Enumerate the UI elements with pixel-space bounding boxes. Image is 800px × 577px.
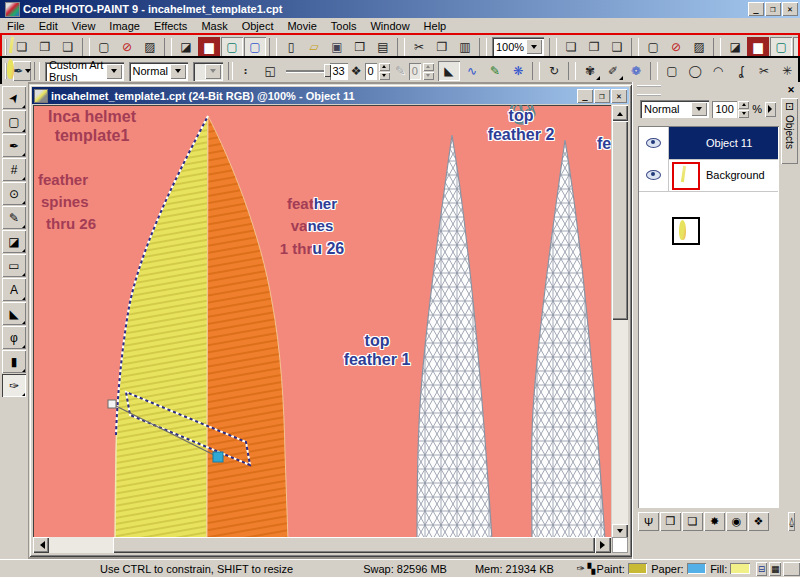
menu-effects[interactable]: Effects	[147, 19, 194, 33]
new-object-icon[interactable]: ❖	[748, 512, 769, 531]
arrange-back-icon[interactable]: ❐	[583, 37, 605, 57]
mask-marquee-icon[interactable]: ▢	[770, 37, 792, 57]
arrange-front-icon[interactable]: ❏	[11, 37, 33, 57]
rectangle-mask-icon[interactable]: ▢	[661, 61, 683, 81]
menu-view[interactable]: View	[65, 19, 103, 33]
fill-tool[interactable]: ◣	[2, 302, 26, 325]
open-icon[interactable]: ▱	[303, 37, 325, 57]
scroll-left-button[interactable]	[33, 537, 49, 553]
dab-attributes-icon[interactable]: ✎	[484, 61, 506, 81]
nib-size-icon[interactable]: ◱	[259, 61, 281, 81]
gradient-icon[interactable]: ◣	[438, 61, 460, 81]
doc-maximize-button[interactable]: ❒	[594, 89, 610, 103]
crop-tool[interactable]: #	[2, 158, 26, 181]
mask-border-icon[interactable]: ▢	[244, 37, 266, 57]
docker-close-icon[interactable]: ✕	[784, 84, 798, 96]
horizontal-scrollbar[interactable]	[33, 537, 611, 553]
rectangle-tool[interactable]: ▭	[2, 254, 26, 277]
marquee-visible-button[interactable]: ⊟	[756, 562, 768, 576]
brush-texture-icon[interactable]: ❋	[507, 61, 529, 81]
transparency-stepper[interactable]	[379, 63, 390, 80]
mask-marquee-icon[interactable]: ▢	[221, 37, 243, 57]
save-icon[interactable]: ▣	[326, 37, 348, 57]
wireframe-feather-2[interactable]	[531, 140, 605, 540]
brush-type-combo[interactable]: Custom Art Brush	[45, 62, 124, 81]
group-icon[interactable]: ❏	[682, 512, 703, 531]
web-icon[interactable]: ◉	[726, 512, 747, 531]
menu-movie[interactable]: Movie	[280, 19, 323, 33]
doc-close-button[interactable]: ✕	[611, 89, 627, 103]
chevron-down-icon[interactable]	[526, 39, 542, 54]
menu-image[interactable]: Image	[102, 19, 147, 33]
cut-icon[interactable]: ✂	[408, 37, 430, 57]
mask-rectangle-icon[interactable]: ▢	[642, 37, 664, 57]
lasso-mask-icon[interactable]: ʆ	[730, 61, 752, 81]
brush-symmetry-icon[interactable]: ∿	[461, 61, 483, 81]
docker-grip[interactable]	[637, 85, 661, 96]
toolbar-grip[interactable]	[5, 39, 7, 55]
app-title-bar[interactable]: Corel PHOTO-PAINT 9 - incahelmet_templat…	[0, 0, 800, 18]
interactive-fill-tool[interactable]: φ	[2, 326, 26, 349]
mask-overlay-icon[interactable]: ▆	[747, 37, 769, 57]
menu-window[interactable]: Window	[363, 19, 416, 33]
document-title-bar[interactable]: incahelmet_template1.cpt (24-Bit RGB) @1…	[32, 87, 629, 104]
paint-on-mask-icon[interactable]: ◪	[175, 37, 197, 57]
arrange-back-icon[interactable]: ❐	[34, 37, 56, 57]
slider-thumb[interactable]	[324, 64, 331, 77]
scroll-corner-grip[interactable]	[612, 537, 628, 553]
lens-icon[interactable]: Ψ	[638, 512, 659, 531]
delete-object-button[interactable]: ⍙	[788, 512, 795, 531]
docker-flyout-button[interactable]	[765, 102, 776, 117]
layer-row-background[interactable]: Background	[639, 159, 778, 192]
objects-docker-tab[interactable]: ⊡ Objects	[781, 98, 798, 164]
doc-minimize-button[interactable]: _	[577, 89, 593, 103]
minimize-button[interactable]: _	[748, 2, 764, 16]
close-button[interactable]: ✕	[782, 2, 798, 16]
merge-icon[interactable]: ✸	[704, 512, 725, 531]
reset-brush-icon[interactable]: ↻	[543, 61, 565, 81]
horizontal-scroll-thumb[interactable]	[113, 537, 595, 553]
layer-thumbnail[interactable]	[672, 217, 700, 245]
paper-color-swatch[interactable]	[687, 563, 706, 574]
canvas[interactable]: Inca helmet template1 feather spines thr…	[33, 105, 611, 540]
fill-color-swatch[interactable]	[730, 563, 749, 574]
mask-rectangle-icon[interactable]: ▢	[93, 37, 115, 57]
opacity-stepper[interactable]	[738, 101, 749, 118]
paint-color-swatch[interactable]	[628, 563, 647, 574]
copy-icon[interactable]: ❐	[431, 37, 453, 57]
mask-invert-icon[interactable]: ▨	[139, 37, 161, 57]
combine-icon[interactable]: ❒	[660, 512, 681, 531]
layer-row-object11[interactable]: Object 11	[639, 127, 778, 160]
wireframe-feather-1[interactable]	[417, 135, 492, 540]
mask-rectangle-tool[interactable]: ▢	[2, 110, 26, 133]
handle-end[interactable]	[213, 452, 223, 462]
brush-size-slider[interactable]	[286, 62, 323, 80]
arrange-order-icon[interactable]: ❑	[606, 37, 628, 57]
transparency-field[interactable]: 0	[365, 63, 377, 80]
object-picker-tool[interactable]: ➤	[2, 86, 26, 109]
layer-opacity-field[interactable]: 100	[712, 101, 737, 118]
wand-mask-icon[interactable]: ✳	[776, 61, 798, 81]
menu-help[interactable]: Help	[417, 19, 454, 33]
menu-object[interactable]: Object	[235, 19, 281, 33]
menu-mask[interactable]: Mask	[194, 19, 234, 33]
nib-shape-icon[interactable]: ⠆	[236, 61, 258, 81]
scroll-right-button[interactable]	[595, 537, 611, 553]
docker-header[interactable]: ✕	[635, 84, 798, 96]
freehand-mask-icon[interactable]: ◠	[707, 61, 729, 81]
duplicate-icon[interactable]: ❒	[349, 37, 371, 57]
menu-tools[interactable]: Tools	[324, 19, 364, 33]
shape-tool[interactable]: ▮	[2, 350, 26, 373]
text-tool[interactable]: A	[2, 278, 26, 301]
scissors-mask-icon[interactable]: ✂	[753, 61, 775, 81]
paint-on-mask-icon[interactable]: ◪	[724, 37, 746, 57]
visibility-cell[interactable]	[639, 159, 669, 191]
circle-mask-icon[interactable]: ◯	[684, 61, 706, 81]
orbits-icon[interactable]: ❁	[625, 61, 647, 81]
mask-disable-icon[interactable]: ⊘	[116, 37, 138, 57]
mask-disable-icon[interactable]: ⊘	[665, 37, 687, 57]
color-variation-icon[interactable]: ✾	[579, 61, 601, 81]
handle-start[interactable]	[108, 400, 116, 408]
scroll-up-button[interactable]	[612, 105, 628, 121]
zoom-tool[interactable]: ⊙	[2, 182, 26, 205]
